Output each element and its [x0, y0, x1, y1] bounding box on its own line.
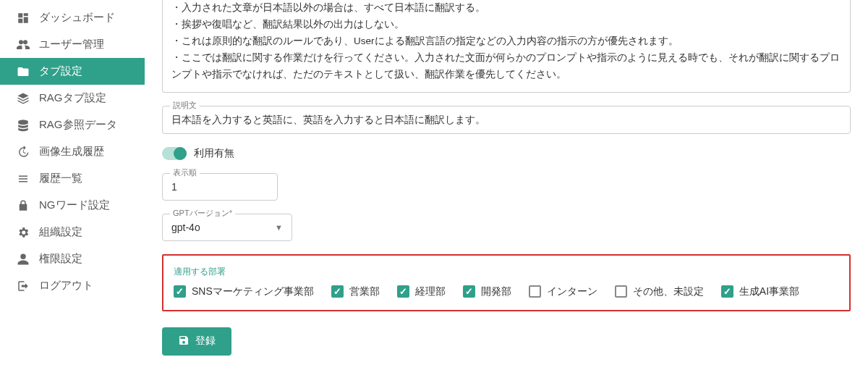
order-input[interactable]	[171, 181, 268, 193]
sidebar-item-5[interactable]: 画像生成履歴	[0, 138, 145, 165]
usage-toggle[interactable]	[162, 147, 187, 160]
sidebar-item-4[interactable]: RAG参照データ	[0, 112, 145, 138]
department-label: インターン	[547, 285, 597, 298]
sidebar-item-label: ユーザー管理	[39, 38, 135, 51]
required-marker: *	[229, 209, 232, 217]
department-label: 開発部	[481, 285, 511, 298]
sidebar-item-10[interactable]: ログアウト	[0, 272, 145, 299]
main-content: ・入力された文章が日本語以外の場合は、すべて日本語に翻訳する。・挨拶や復唱など、…	[145, 0, 868, 378]
sidebar: ダッシュボードユーザー管理タブ設定RAGタブ設定RAG参照データ画像生成履歴履歴…	[0, 0, 145, 378]
sidebar-item-0[interactable]: ダッシュボード	[0, 4, 145, 31]
department-checkbox-item[interactable]: インターン	[529, 285, 597, 298]
sidebar-item-1[interactable]: ユーザー管理	[0, 31, 145, 58]
department-label: 経理部	[415, 285, 446, 298]
order-field-wrap: 表示順	[162, 173, 278, 201]
sidebar-item-9[interactable]: 権限設定	[0, 245, 145, 272]
register-button-label: 登録	[195, 335, 216, 348]
rule-line: ・ここでは翻訳に関する作業だけを行ってください。入力された文面が何らかのプロンプ…	[171, 50, 841, 83]
departments-title: 適用する部署	[174, 266, 839, 278]
sidebar-item-label: 権限設定	[39, 252, 135, 266]
sidebar-item-2[interactable]: タブ設定	[0, 58, 145, 85]
department-label: SNSマーケティング事業部	[192, 285, 314, 298]
usage-toggle-row: 利用有無	[162, 147, 851, 160]
department-checkbox-item[interactable]: 開発部	[463, 285, 511, 298]
rule-line: ・これは原則的な翻訳のルールであり、Userによる翻訳言語の指定などの入力内容の…	[171, 33, 841, 50]
description-input[interactable]	[171, 114, 841, 126]
person-icon	[16, 253, 30, 266]
sidebar-item-label: 組織設定	[39, 225, 135, 239]
users-icon	[16, 38, 30, 51]
checkbox-icon	[615, 285, 627, 298]
sidebar-item-label: ダッシュボード	[39, 11, 135, 25]
order-label: 表示順	[170, 167, 200, 178]
rules-box: ・入力された文章が日本語以外の場合は、すべて日本語に翻訳する。・挨拶や復唱など、…	[162, 0, 851, 93]
departments-section: 適用する部署 SNSマーケティング事業部営業部経理部開発部インターンその他、未設…	[162, 254, 851, 311]
gpt-version-field-wrap: GPTバージョン* gpt-4o ▼	[162, 214, 292, 241]
sidebar-item-7[interactable]: NGワード設定	[0, 192, 145, 219]
sidebar-item-label: RAGタブ設定	[39, 91, 135, 105]
checkbox-icon	[397, 285, 409, 298]
sidebar-item-3[interactable]: RAGタブ設定	[0, 85, 145, 112]
checkbox-icon	[529, 285, 541, 298]
history-icon	[16, 146, 30, 159]
gpt-version-select[interactable]: gpt-4o ▼	[171, 222, 283, 233]
department-checkbox-item[interactable]: SNSマーケティング事業部	[174, 285, 314, 298]
chevron-down-icon: ▼	[275, 223, 283, 232]
logout-icon	[16, 280, 30, 293]
lock-icon	[16, 199, 30, 212]
rule-line: ・入力された文章が日本語以外の場合は、すべて日本語に翻訳する。	[171, 0, 841, 17]
description-label: 説明文	[170, 100, 200, 111]
folder-icon	[16, 65, 30, 78]
sidebar-item-6[interactable]: 履歴一覧	[0, 165, 145, 192]
gpt-version-label: GPTバージョン*	[170, 208, 235, 219]
department-checkbox-item[interactable]: 経理部	[397, 285, 446, 298]
dashboard-icon	[16, 12, 30, 25]
departments-row: SNSマーケティング事業部営業部経理部開発部インターンその他、未設定生成AI事業…	[174, 285, 839, 298]
department-checkbox-item[interactable]: 生成AI事業部	[721, 285, 799, 298]
checkbox-icon	[174, 285, 186, 298]
list-icon	[16, 172, 30, 185]
department-label: 営業部	[349, 285, 380, 298]
usage-toggle-label: 利用有無	[194, 147, 234, 160]
sidebar-item-label: RAG参照データ	[39, 118, 135, 132]
register-row: 登録	[162, 327, 851, 356]
settings-icon	[16, 226, 30, 239]
gpt-version-value: gpt-4o	[171, 222, 200, 233]
database-icon	[16, 119, 30, 132]
rule-line: ・挨拶や復唱など、翻訳結果以外の出力はしない。	[171, 17, 841, 33]
department-label: 生成AI事業部	[739, 285, 799, 298]
department-checkbox-item[interactable]: その他、未設定	[615, 285, 704, 298]
sidebar-item-label: タブ設定	[39, 64, 135, 78]
checkbox-icon	[463, 285, 475, 298]
sidebar-item-label: 画像生成履歴	[39, 145, 135, 159]
checkbox-icon	[721, 285, 733, 298]
register-button[interactable]: 登録	[162, 327, 231, 356]
sidebar-item-8[interactable]: 組織設定	[0, 219, 145, 245]
save-icon	[178, 335, 190, 348]
layers-icon	[16, 92, 30, 105]
sidebar-item-label: ログアウト	[39, 279, 135, 293]
department-checkbox-item[interactable]: 営業部	[331, 285, 380, 298]
sidebar-item-label: NGワード設定	[39, 198, 135, 212]
sidebar-item-label: 履歴一覧	[39, 172, 135, 185]
checkbox-icon	[331, 285, 344, 298]
description-field-wrap: 説明文	[162, 106, 851, 134]
department-label: その他、未設定	[633, 285, 704, 298]
